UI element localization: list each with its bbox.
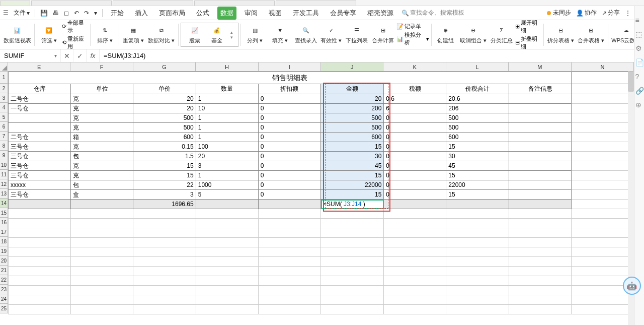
cell[interactable]: 税额	[384, 84, 446, 94]
grid[interactable]: 销售明细表仓库单位单价数量折扣额金额税额价税合计备注信息二号仓克2010200.…	[8, 72, 634, 325]
cell[interactable]	[446, 228, 509, 238]
cell[interactable]	[71, 267, 133, 276]
cell[interactable]	[258, 247, 320, 257]
col-G[interactable]: G	[133, 62, 196, 71]
row-1[interactable]: 1	[0, 72, 8, 84]
cell[interactable]	[196, 200, 258, 209]
cell[interactable]	[509, 219, 572, 228]
stock-arrows[interactable]: ▴▾	[230, 30, 233, 40]
cell[interactable]	[446, 286, 509, 295]
cell[interactable]	[446, 305, 509, 314]
cell[interactable]: 克	[71, 161, 133, 171]
cell[interactable]	[572, 238, 634, 247]
cell[interactable]	[9, 276, 71, 286]
cell[interactable]	[509, 276, 572, 286]
cell[interactable]: 备注信息	[509, 84, 572, 94]
cell[interactable]: 0	[384, 133, 446, 142]
more-icon[interactable]: ⋮	[625, 10, 631, 17]
col-H[interactable]: H	[196, 62, 258, 71]
cell[interactable]: 0	[258, 171, 320, 180]
cell[interactable]	[384, 267, 446, 276]
tab-resources[interactable]: 稻壳资源	[364, 7, 396, 20]
cell[interactable]	[9, 295, 71, 305]
cell[interactable]	[9, 257, 71, 267]
cell[interactable]	[509, 94, 572, 104]
cell[interactable]: 0.6	[384, 94, 446, 104]
cell[interactable]	[509, 161, 572, 171]
cell[interactable]	[572, 142, 634, 152]
cell[interactable]	[196, 267, 258, 276]
create-group-button[interactable]: ⊕创建组	[434, 21, 458, 48]
cell[interactable]: 22000	[446, 180, 509, 190]
cell[interactable]	[9, 123, 71, 133]
cell[interactable]: 15	[446, 190, 509, 200]
cell[interactable]	[321, 238, 384, 247]
cell[interactable]: 3	[196, 161, 258, 171]
cell[interactable]	[446, 267, 509, 276]
cell[interactable]: 三号仓	[9, 142, 71, 152]
row-11[interactable]: 11	[0, 170, 8, 179]
cell[interactable]	[572, 133, 634, 142]
cell[interactable]	[384, 200, 446, 209]
active-cell-J14[interactable]: =SUM( J3:J14 )	[321, 200, 384, 209]
cell[interactable]	[384, 209, 446, 219]
cell[interactable]: 0	[384, 171, 446, 180]
cell[interactable]	[509, 123, 572, 133]
cell[interactable]: 15	[133, 161, 196, 171]
find-record-button[interactable]: 🔍查找录入	[293, 21, 318, 48]
doc-tab-1[interactable]	[31, 1, 112, 6]
cell[interactable]: 1696.65	[133, 200, 196, 209]
cell[interactable]: 500	[446, 123, 509, 133]
cell[interactable]	[9, 247, 71, 257]
col-J[interactable]: J	[321, 62, 383, 71]
cell[interactable]	[321, 257, 384, 267]
row-18[interactable]: 18	[0, 237, 8, 246]
reapply-group[interactable]: ⟳全部显示 ⟲重新应用	[62, 19, 88, 50]
cell[interactable]: 1.5	[133, 152, 196, 161]
cell[interactable]	[572, 123, 634, 133]
row-19[interactable]: 19	[0, 246, 8, 256]
confirm-formula-icon[interactable]: ✓	[73, 49, 87, 62]
cell[interactable]	[572, 228, 634, 238]
cell[interactable]: 包	[71, 180, 133, 190]
cell[interactable]	[9, 219, 71, 228]
col-E[interactable]: E	[8, 62, 70, 71]
cell[interactable]: 折扣额	[258, 84, 320, 94]
cell[interactable]	[446, 238, 509, 247]
cell[interactable]	[258, 305, 320, 314]
cell[interactable]	[196, 257, 258, 267]
cell[interactable]: 20	[196, 152, 258, 161]
cell[interactable]	[71, 257, 133, 267]
cell[interactable]	[572, 267, 634, 276]
row-9[interactable]: 9	[0, 151, 8, 160]
dropdown-icon[interactable]: ▾	[94, 10, 97, 17]
cell[interactable]: 15	[133, 171, 196, 180]
cell[interactable]	[572, 180, 634, 190]
row-2[interactable]: 2	[0, 84, 8, 93]
cell[interactable]	[446, 200, 509, 209]
cell[interactable]: 箱	[71, 133, 133, 142]
cell[interactable]: 600	[321, 133, 384, 142]
cell[interactable]: 45	[446, 161, 509, 171]
column-headers[interactable]: E F G H I J K L M N	[8, 62, 634, 72]
cell[interactable]	[9, 286, 71, 295]
cell[interactable]	[446, 209, 509, 219]
cell[interactable]	[321, 267, 384, 276]
cell[interactable]	[71, 276, 133, 286]
col-L[interactable]: L	[446, 62, 509, 71]
cell[interactable]: 三号仓	[9, 161, 71, 171]
cell[interactable]: 0	[258, 113, 320, 123]
tab-pagelayout[interactable]: 页面布局	[156, 7, 188, 20]
cell[interactable]	[509, 228, 572, 238]
preview-icon[interactable]: ◻	[64, 10, 69, 17]
cell[interactable]	[133, 286, 196, 295]
cell[interactable]: 0	[258, 123, 320, 133]
cell[interactable]	[71, 286, 133, 295]
cell[interactable]: 15	[321, 171, 384, 180]
cell[interactable]	[509, 295, 572, 305]
cell[interactable]	[9, 113, 71, 123]
cell[interactable]	[384, 247, 446, 257]
cell[interactable]	[321, 247, 384, 257]
cell[interactable]: 0	[258, 190, 320, 200]
cell[interactable]: 价税合计	[446, 84, 509, 94]
